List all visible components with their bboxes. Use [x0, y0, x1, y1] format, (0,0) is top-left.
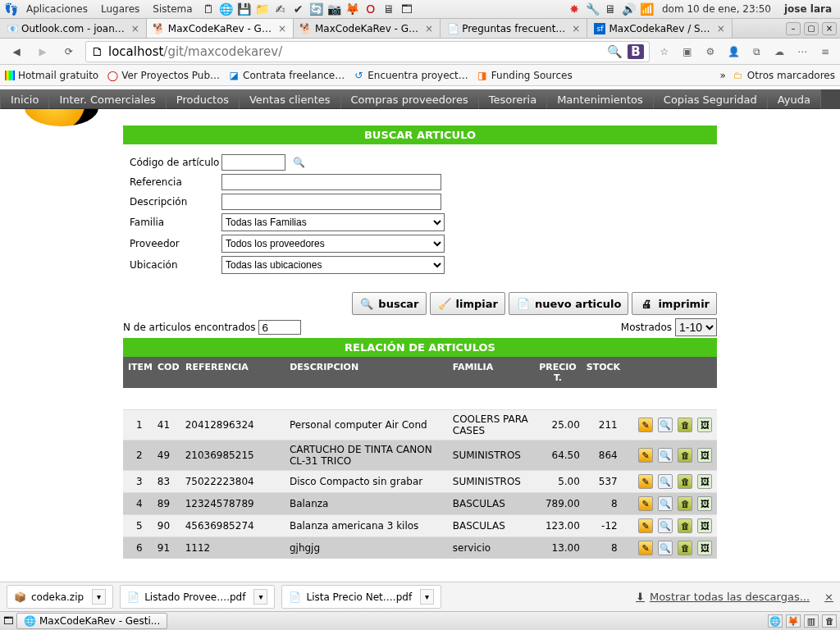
edit-icon[interactable]: ✎ [638, 418, 653, 432]
limpiar-button[interactable]: 🧹limpiar [430, 292, 505, 315]
image-icon[interactable]: 🖼 [697, 541, 712, 555]
close-icon[interactable]: × [425, 23, 433, 34]
bootstrap-icon[interactable]: B [628, 44, 644, 59]
view-icon[interactable]: 🔍 [658, 541, 673, 555]
edit-icon[interactable]: ✎ [638, 541, 653, 555]
tab-outlook[interactable]: 📧Outlook.com - joan…× [0, 19, 147, 38]
opera-icon[interactable]: O [363, 2, 378, 16]
edit-icon[interactable]: ✎ [638, 474, 653, 489]
bookmark-hotmail[interactable]: Hotmail gratuito [5, 70, 98, 81]
tray-icon[interactable]: 🗒 [201, 2, 216, 16]
chevron-down-icon[interactable]: ▾ [253, 589, 267, 605]
nav-inter-comerciales[interactable]: Inter. Comerciales [49, 89, 166, 109]
bookmark-funding[interactable]: ◨Funding Sources [477, 70, 573, 81]
user-menu[interactable]: jose lara [779, 3, 837, 15]
delete-icon[interactable]: 🗑 [678, 448, 692, 463]
gear-icon[interactable]: ⚙ [702, 46, 719, 57]
nuevo-button[interactable]: 📄nuevo articulo [509, 292, 628, 315]
familia-select[interactable]: Todas las Familias [221, 213, 445, 231]
download-item[interactable]: 📄Lista Precio Net….pdf▾ [281, 585, 441, 609]
tray-icon[interactable]: ▥ [804, 614, 819, 628]
clock[interactable]: dom 10 de ene, 23:50 [657, 3, 776, 15]
bookmark-freelance[interactable]: ◪Contrata freelance… [228, 70, 345, 81]
nav-copias[interactable]: Copias Seguridad [654, 89, 768, 109]
proveedor-select[interactable]: Todos los proveedores [221, 235, 445, 253]
nav-productos[interactable]: Productos [167, 89, 240, 109]
nav-ayuda[interactable]: Ayuda [768, 89, 821, 109]
show-all-downloads[interactable]: ⬇Mostrar todas las descargas...× [636, 591, 833, 603]
tray-icon[interactable]: ✍ [273, 2, 288, 16]
tray-icon[interactable]: 🗔 [399, 2, 414, 16]
search-icon[interactable]: 🔍 [606, 44, 623, 59]
close-button[interactable]: × [822, 22, 837, 35]
menu-lugares[interactable]: Lugares [96, 3, 144, 15]
url-field[interactable]: 🗋 localhost/git/maxcodekarev/ 🔍 B [85, 41, 650, 62]
volume-icon[interactable]: 🔊 [621, 2, 636, 16]
view-icon[interactable]: 🔍 [658, 496, 673, 511]
tray-icon[interactable]: 📁 [255, 2, 270, 16]
show-desktop-icon[interactable]: 🗔 [3, 615, 13, 627]
image-icon[interactable]: 🖼 [697, 518, 712, 533]
view-icon[interactable]: 🔍 [658, 518, 673, 533]
tray-icon[interactable]: 💾 [237, 2, 252, 16]
search-icon[interactable]: 🔍 [290, 154, 307, 171]
tray-icon[interactable]: 🔧 [585, 2, 600, 16]
cloud-icon[interactable]: ☁ [771, 46, 788, 57]
network-icon[interactable]: 📶 [639, 2, 654, 16]
chevron-down-icon[interactable]: ▾ [420, 589, 434, 605]
nav-compras[interactable]: Compras proveedores [341, 89, 479, 109]
forward-button[interactable]: ▶ [33, 42, 52, 62]
reload-button[interactable]: ⟳ [59, 42, 79, 62]
tab-maxcodeka[interactable]: 🐕MaxCodeKaRev - G…× [147, 19, 294, 38]
nav-ventas[interactable]: Ventas clientes [240, 89, 341, 109]
mostrados-select[interactable]: 1-10 [675, 318, 717, 336]
count-input[interactable] [258, 320, 301, 335]
menu-sistema[interactable]: Sistema [148, 3, 197, 15]
menu-aplicaciones[interactable]: Aplicaciones [21, 3, 93, 15]
image-icon[interactable]: 🖼 [697, 496, 712, 511]
bookmark-encuentra[interactable]: ↺Encuentra proyect… [353, 70, 468, 81]
delete-icon[interactable]: 🗑 [678, 518, 692, 533]
view-icon[interactable]: 🔍 [658, 418, 673, 432]
other-bookmarks[interactable]: 🗀Otros marcadores [733, 70, 835, 81]
tray-icon[interactable]: 🌐 [219, 2, 234, 16]
view-icon[interactable]: 🔍 [658, 474, 673, 489]
nav-mantenimientos[interactable]: Mantenimientos [547, 89, 654, 109]
delete-icon[interactable]: 🗑 [678, 474, 692, 489]
tab-maxcodeka-2[interactable]: 🐕MaxCodeKaRev - G…× [294, 19, 441, 38]
minimize-button[interactable]: – [786, 22, 801, 35]
image-icon[interactable]: 🖼 [697, 448, 712, 463]
tab-sourceforge[interactable]: sfMaxCodekaRev / S…× [587, 19, 732, 38]
menu-icon[interactable]: ≡ [817, 46, 833, 57]
download-item[interactable]: 📦codeka.zip▾ [7, 585, 113, 609]
delete-icon[interactable]: 🗑 [678, 496, 692, 511]
tab-preguntas[interactable]: 📄Preguntas frecuent…× [441, 19, 587, 38]
close-icon[interactable]: × [278, 23, 286, 34]
maximize-button[interactable]: ▢ [804, 22, 819, 35]
download-item[interactable]: 📄Listado Provee….pdf▾ [120, 585, 275, 609]
ext-icon[interactable]: 👤 [725, 46, 742, 57]
tray-icon[interactable]: 🦊 [786, 614, 801, 628]
tray-icon[interactable]: 🖥 [381, 2, 396, 16]
edit-icon[interactable]: ✎ [638, 448, 653, 463]
delete-icon[interactable]: 🗑 [678, 541, 692, 555]
chevron-down-icon[interactable]: ▾ [92, 589, 106, 605]
back-button[interactable]: ◀ [7, 42, 26, 62]
close-icon[interactable]: × [824, 591, 833, 603]
imprimir-button[interactable]: 🖨imprimir [632, 292, 717, 315]
trash-icon[interactable]: 🗑 [822, 614, 837, 628]
nav-tesoreria[interactable]: Tesoreria [479, 89, 547, 109]
delete-icon[interactable]: 🗑 [678, 418, 692, 432]
ext-icon[interactable]: ▣ [679, 46, 696, 57]
star-icon[interactable]: ☆ [656, 46, 673, 57]
tray-icon[interactable]: 🔄 [309, 2, 324, 16]
tray-icon[interactable]: 📷 [327, 2, 342, 16]
tray-icon[interactable]: ✸ [567, 2, 582, 16]
bookmark-overflow[interactable]: » [720, 70, 726, 81]
tray-icon[interactable]: 🌐 [768, 614, 783, 628]
taskbar-window[interactable]: 🌐MaxCodeKaRev - Gesti... [16, 613, 167, 629]
ext-icon[interactable]: ⋯ [794, 46, 810, 57]
tray-icon[interactable]: 🖥 [603, 2, 618, 16]
firefox-icon[interactable]: 🦊 [345, 2, 360, 16]
buscar-button[interactable]: 🔍buscar [352, 292, 426, 315]
